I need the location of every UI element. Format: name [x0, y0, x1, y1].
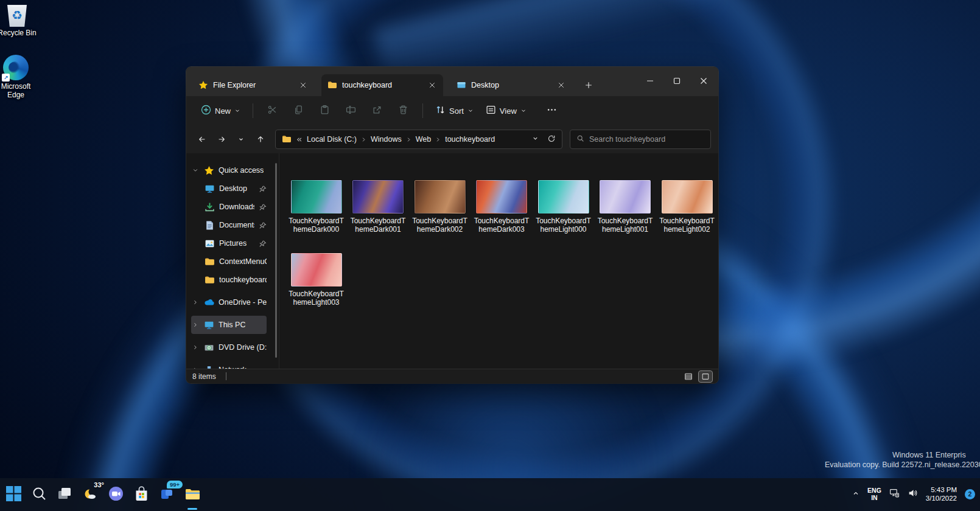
- sidebar-item-touchkeyboard[interactable]: touchkeyboard: [205, 271, 267, 289]
- collapsed-crumbs-icon[interactable]: [296, 136, 303, 143]
- file-item[interactable]: TouchKeyboardThemeLight000: [533, 180, 594, 234]
- breadcrumb-item[interactable]: Windows: [371, 135, 402, 144]
- breadcrumb[interactable]: Local Disk (C:)WindowsWebtouchkeyboard: [275, 130, 562, 149]
- chevron-right-icon[interactable]: [191, 321, 200, 329]
- new-button[interactable]: New: [195, 100, 247, 121]
- taskbar-file-explorer-button[interactable]: [180, 482, 205, 507]
- details-view-toggle[interactable]: [682, 371, 695, 382]
- breadcrumb-item[interactable]: Local Disk (C:): [307, 135, 357, 144]
- search-input[interactable]: Search touchkeyboard: [570, 130, 711, 149]
- new-tab-button[interactable]: [579, 76, 598, 94]
- file-item[interactable]: TouchKeyboardThemeLight003: [285, 253, 347, 307]
- edge-icon: ↗: [3, 55, 29, 80]
- minimize-button[interactable]: [638, 71, 662, 91]
- file-thumbnail[interactable]: [538, 180, 589, 214]
- sidebar-item-documents[interactable]: Documents: [205, 216, 267, 234]
- file-item[interactable]: TouchKeyboardThemeLight002: [656, 180, 718, 234]
- monitor-icon: [205, 184, 215, 194]
- sidebar-scrollbar[interactable]: [275, 163, 277, 358]
- chevron-right-icon[interactable]: [191, 298, 200, 307]
- delete-button[interactable]: [390, 100, 416, 121]
- status-bar: 8 items: [186, 369, 718, 383]
- plus-circle-icon: [201, 105, 211, 117]
- paste-button[interactable]: [312, 100, 338, 121]
- file-thumbnail[interactable]: [600, 180, 651, 214]
- clock[interactable]: 5:43 PM 3/10/2022: [926, 485, 957, 502]
- chevron-down-icon[interactable]: [191, 166, 200, 175]
- sort-button[interactable]: Sort: [429, 100, 480, 121]
- chevron-right-icon[interactable]: [191, 366, 200, 369]
- volume-icon[interactable]: [908, 488, 918, 501]
- hidden-icons-button[interactable]: [852, 488, 859, 499]
- file-item[interactable]: TouchKeyboardThemeDark000: [285, 180, 347, 234]
- share-button[interactable]: [364, 100, 390, 121]
- clipboard-icon: [320, 105, 330, 117]
- more-options-button[interactable]: [539, 100, 565, 121]
- tab-touchkeyboard[interactable]: touchkeyboard: [321, 74, 443, 96]
- tab-file-explorer[interactable]: File Explorer: [192, 74, 314, 96]
- sidebar-item-contextmenuc[interactable]: ContextMenuC: [205, 252, 267, 271]
- cut-button[interactable]: [259, 100, 285, 121]
- scissors-icon: [267, 105, 278, 117]
- network-icon[interactable]: [889, 488, 900, 501]
- system-tray: ENG IN 5:43 PM 3/10/2022 2: [852, 482, 975, 506]
- rename-button[interactable]: [338, 100, 364, 121]
- forward-button[interactable]: [213, 130, 230, 148]
- file-item[interactable]: TouchKeyboardThemeDark001: [348, 180, 409, 234]
- watermark-line1: Windows 11 Enterpris: [892, 451, 966, 459]
- maximize-button[interactable]: [665, 71, 689, 91]
- desktop-icon-microsoft-edge[interactable]: ↗ Microsoft Edge: [0, 55, 35, 99]
- file-item[interactable]: TouchKeyboardThemeDark002: [409, 180, 471, 234]
- view-button[interactable]: View: [480, 100, 533, 121]
- breadcrumb-item[interactable]: Web: [416, 135, 431, 144]
- file-name: TouchKeyboardThemeLight001: [597, 217, 654, 234]
- thumbnails-view-toggle[interactable]: [699, 371, 712, 382]
- sidebar-item-this-pc[interactable]: This PC: [191, 316, 267, 334]
- address-dropdown-icon[interactable]: [532, 135, 539, 144]
- file-name: TouchKeyboardThemeDark002: [411, 217, 469, 234]
- taskbar-store-button[interactable]: [129, 482, 153, 507]
- up-button[interactable]: [252, 130, 269, 148]
- language-indicator[interactable]: ENG IN: [867, 487, 881, 501]
- file-item[interactable]: TouchKeyboardThemeLight001: [595, 180, 656, 234]
- taskbar-weather-button[interactable]: 33°: [78, 482, 102, 507]
- sidebar-item-desktop[interactable]: Desktop: [205, 179, 267, 198]
- tab-close-icon[interactable]: [555, 79, 567, 91]
- search-icon: [576, 134, 584, 144]
- copy-button[interactable]: [285, 100, 312, 121]
- back-button[interactable]: [194, 130, 211, 148]
- sidebar-item-label: Documents: [219, 221, 254, 229]
- desktop-icon-recycle-bin[interactable]: ♻ Recycle Bin: [0, 4, 37, 37]
- recycle-bin-icon: ♻: [7, 4, 27, 27]
- file-thumbnail[interactable]: [476, 180, 527, 214]
- file-thumbnail[interactable]: [352, 180, 404, 214]
- file-thumbnail[interactable]: [662, 180, 713, 214]
- file-thumbnail[interactable]: [291, 180, 342, 214]
- taskbar-search-button[interactable]: [27, 482, 51, 507]
- file-thumbnail[interactable]: [291, 253, 342, 287]
- sidebar-item-network[interactable]: Network: [191, 361, 267, 369]
- sidebar-item-quick-access[interactable]: Quick access: [191, 161, 267, 179]
- pin-icon: [259, 221, 267, 229]
- breadcrumb-item[interactable]: touchkeyboard: [445, 135, 495, 144]
- taskbar-teams-button[interactable]: 99+: [155, 482, 179, 507]
- pictures-icon: [205, 238, 215, 249]
- file-item[interactable]: TouchKeyboardThemeDark003: [471, 180, 533, 234]
- sidebar-item-pictures[interactable]: Pictures: [205, 234, 267, 252]
- file-thumbnail[interactable]: [415, 180, 466, 214]
- recent-locations-button[interactable]: [233, 130, 250, 148]
- sidebar-item-downloads[interactable]: Downloads: [205, 198, 267, 216]
- refresh-icon[interactable]: [547, 134, 556, 145]
- notification-badge[interactable]: 2: [965, 489, 975, 499]
- taskbar-start-button[interactable]: [1, 482, 26, 507]
- taskbar-chat-button[interactable]: [103, 482, 128, 507]
- tab-desktop[interactable]: Desktop: [450, 74, 572, 96]
- close-button[interactable]: [691, 71, 716, 91]
- tab-close-icon[interactable]: [297, 79, 309, 91]
- sidebar-item-onedrive-perso[interactable]: OneDrive - Perso: [191, 293, 267, 311]
- document-icon: [205, 220, 215, 231]
- sidebar-item-dvd-drive-d-c[interactable]: DVD Drive (D:) C: [191, 338, 267, 356]
- tab-close-icon[interactable]: [426, 79, 438, 91]
- chevron-right-icon[interactable]: [191, 343, 200, 352]
- taskbar-task-view-button[interactable]: [52, 482, 77, 507]
